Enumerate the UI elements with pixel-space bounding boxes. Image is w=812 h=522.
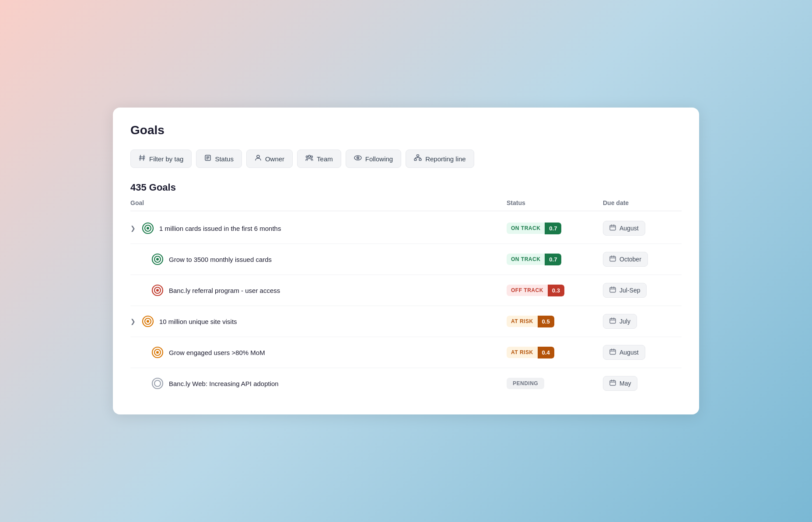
team-filter-button[interactable]: Team xyxy=(297,150,341,168)
svg-rect-16 xyxy=(414,159,416,160)
due-date-text: Jul-Sep xyxy=(620,287,640,294)
goal-name-cell: ❯ 1 million cards issued in the first 6 … xyxy=(130,222,507,234)
status-icon xyxy=(204,154,211,163)
svg-line-0 xyxy=(140,155,140,160)
svg-point-10 xyxy=(306,156,308,158)
hierarchy-icon xyxy=(414,154,422,163)
hash-icon xyxy=(139,154,146,163)
goal-status-icon xyxy=(142,315,154,327)
reporting-line-filter-label: Reporting line xyxy=(425,155,466,163)
table-row[interactable]: Banc.ly referral program - user access O… xyxy=(130,275,682,306)
goal-title: 10 million unique site visits xyxy=(159,318,237,325)
col-duedate-header: Due date xyxy=(603,199,682,206)
svg-rect-39 xyxy=(610,288,616,292)
svg-rect-59 xyxy=(610,381,616,386)
table-row[interactable]: Grow to 3500 monthly issued cards ON TRA… xyxy=(130,244,682,275)
due-date-cell: July xyxy=(603,314,682,329)
col-goal-header: Goal xyxy=(130,199,507,206)
svg-line-1 xyxy=(144,155,144,160)
calendar-icon xyxy=(609,348,616,356)
svg-rect-25 xyxy=(610,226,616,230)
svg-rect-17 xyxy=(419,159,421,160)
reporting-line-filter-button[interactable]: Reporting line xyxy=(406,150,474,168)
goal-title: Grow engaged users >80% MoM xyxy=(169,349,265,356)
due-date-cell: Jul-Sep xyxy=(603,283,682,298)
due-date-badge: Jul-Sep xyxy=(603,283,647,298)
calendar-icon xyxy=(609,379,616,387)
status-cell: OFF TRACK 0.3 xyxy=(507,285,603,296)
following-filter-label: Following xyxy=(365,155,393,163)
table-header: Goal Status Due date xyxy=(130,199,682,211)
status-cell: AT RISK 0.4 xyxy=(507,347,603,358)
svg-point-31 xyxy=(156,258,159,261)
svg-rect-32 xyxy=(610,257,616,261)
filter-bar: Filter by tag Status Owner xyxy=(130,150,682,168)
due-date-cell: August xyxy=(603,345,682,360)
goals-card: Goals Filter by tag xyxy=(113,108,699,414)
calendar-icon xyxy=(609,255,616,263)
svg-point-52 xyxy=(156,351,159,354)
due-date-badge: May xyxy=(603,376,637,391)
table-row[interactable]: Banc.ly Web: Increasing API adoption PEN… xyxy=(130,368,682,399)
chevron-icon: ❯ xyxy=(130,318,136,325)
table-row[interactable]: Grow engaged users >80% MoM AT RISK 0.4 … xyxy=(130,337,682,368)
calendar-icon xyxy=(609,286,616,294)
svg-rect-15 xyxy=(417,155,419,157)
due-date-badge: July xyxy=(603,314,637,329)
due-date-cell: October xyxy=(603,252,682,267)
due-date-cell: August xyxy=(603,221,682,236)
goal-status-icon xyxy=(142,222,154,234)
team-filter-label: Team xyxy=(317,155,333,163)
goal-name-cell: Grow engaged users >80% MoM xyxy=(130,346,507,358)
goal-name-cell: ❯ 10 million unique site visits xyxy=(130,315,507,327)
col-status-header: Status xyxy=(507,199,603,206)
team-icon xyxy=(305,154,313,163)
due-date-badge: August xyxy=(603,221,645,236)
goal-title: Grow to 3500 monthly issued cards xyxy=(169,256,272,263)
goal-name-cell: Grow to 3500 monthly issued cards xyxy=(130,253,507,265)
svg-point-58 xyxy=(154,380,161,386)
goal-title: 1 million cards issued in the first 6 mo… xyxy=(159,225,281,232)
goal-status-icon xyxy=(151,377,164,390)
eye-icon xyxy=(354,154,362,163)
goal-title: Banc.ly Web: Increasing API adoption xyxy=(169,380,279,387)
svg-rect-53 xyxy=(610,350,616,355)
goal-name-cell: Banc.ly referral program - user access xyxy=(130,284,507,296)
goal-name-cell: Banc.ly Web: Increasing API adoption xyxy=(130,377,507,390)
status-filter-button[interactable]: Status xyxy=(196,150,242,168)
due-date-text: May xyxy=(620,380,631,387)
svg-point-57 xyxy=(152,378,163,389)
due-date-badge: October xyxy=(603,252,648,267)
svg-point-11 xyxy=(311,156,313,158)
calendar-icon xyxy=(609,317,616,325)
table-row[interactable]: ❯ 10 million unique site visits AT RISK … xyxy=(130,306,682,337)
goal-status-icon xyxy=(151,346,164,358)
goal-status-icon xyxy=(151,253,164,265)
svg-rect-46 xyxy=(610,319,616,324)
table-row[interactable]: ❯ 1 million cards issued in the first 6 … xyxy=(130,213,682,244)
due-date-cell: May xyxy=(603,376,682,391)
goal-title: Banc.ly referral program - user access xyxy=(169,287,280,294)
person-icon xyxy=(255,154,262,163)
due-date-text: August xyxy=(620,225,639,232)
due-date-text: July xyxy=(620,318,630,325)
goal-status-icon xyxy=(151,284,164,296)
svg-point-45 xyxy=(147,320,149,323)
due-date-text: October xyxy=(620,256,641,263)
chevron-icon: ❯ xyxy=(130,225,136,232)
status-cell: AT RISK 0.5 xyxy=(507,316,603,327)
status-cell: ON TRACK 0.7 xyxy=(507,223,603,234)
following-filter-button[interactable]: Following xyxy=(346,150,401,168)
status-cell: ON TRACK 0.7 xyxy=(507,254,603,265)
status-filter-label: Status xyxy=(215,155,234,163)
goals-table-body: ❯ 1 million cards issued in the first 6 … xyxy=(130,213,682,399)
page-title: Goals xyxy=(130,123,682,137)
svg-point-38 xyxy=(156,289,159,292)
status-cell: PENDING xyxy=(507,378,603,389)
owner-filter-label: Owner xyxy=(265,155,284,163)
filter-by-tag-button[interactable]: Filter by tag xyxy=(130,150,192,168)
owner-filter-button[interactable]: Owner xyxy=(246,150,293,168)
svg-point-8 xyxy=(257,155,259,158)
due-date-badge: August xyxy=(603,345,645,360)
calendar-icon xyxy=(609,224,616,232)
